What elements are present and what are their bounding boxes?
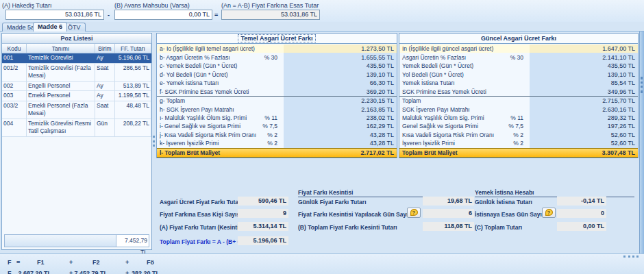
calc-row: b- Asgari Ücretin % Fazlası% 301.655,55 … <box>157 53 397 61</box>
calc-row: f- SGK Primine Esas Yemek Ücreti369,20 T… <box>157 87 397 95</box>
tab-strip: Madde 5a Madde 6 ÖTV <box>0 22 644 32</box>
calc-row: Genel Sağlık ve Sigorta Primi% 7,5197,26… <box>399 122 638 130</box>
row-label: SGK Primine Esas Yemek Ücreti <box>399 87 505 95</box>
row-percent <box>505 87 530 95</box>
fiyat-farki-kesintisiz-field[interactable]: 5.314,14 TL <box>238 222 288 231</box>
fiyat-farki-kesintisiz-label: (A) Fiyat Farkı Tutarı (Kesintisiz) <box>160 224 249 231</box>
row-label: b- Asgari Ücretin % Fazlası <box>157 53 259 61</box>
right-splitter-bar[interactable] <box>639 32 644 253</box>
row-value: 1.655,55 TL <box>284 53 397 61</box>
poz-row-004[interactable]: 004 Temizlik Görevlisi Resmi Tatil Çalış… <box>2 119 151 137</box>
guncel-asgari-ucret-farki-panel: Güncel Asgari Ücret Farkı In (İşçilikle … <box>399 33 639 158</box>
header-amount-bar: (A) Hakediş Tutarı (B) Avans Mahsubu (Va… <box>0 0 644 22</box>
f2-value: 7.452,79 TL <box>66 270 108 274</box>
calc-row: j- Kısa Vadeli Sigorta Risk Prim Oranı% … <box>157 131 397 139</box>
cell-kodu: 004 <box>2 119 27 136</box>
cell-birim: Saat <box>95 101 115 119</box>
poz-row-001-2[interactable]: 001/2 Temizlik Görevlisi (Fazla Mesai) S… <box>2 64 151 82</box>
cell-birim: Ay <box>95 82 115 91</box>
cell-birim: Gün <box>95 119 115 136</box>
row-label: Yol Bedeli (Gün * Ücret) <box>399 70 505 78</box>
row-value: 289,32 TL <box>530 114 638 122</box>
poz-footer-total: 7.452,79 TL <box>4 234 149 247</box>
poz-listesi-panel: Poz Listesi Kodu Tanımı Birim FF. Tutarı… <box>1 33 152 250</box>
row-value: 2.717,02 TL <box>284 149 397 157</box>
row-label: h- SGK İşveren Payı Matrahı <box>157 105 259 113</box>
toplam-kesinti-field[interactable]: 118,08 TL <box>423 222 474 231</box>
fo-value: 382,20 TL <box>129 270 160 274</box>
tab-madde6[interactable]: Madde 6 <box>33 22 67 32</box>
row-percent: % 7,5 <box>505 122 530 130</box>
istisna-help-button[interactable]: ? <box>542 208 556 218</box>
col-birim[interactable]: Birim <box>95 44 115 53</box>
kesinti-gun-sayisi-field[interactable]: 6 <box>423 209 474 218</box>
row-value: 2.230,15 TL <box>284 97 397 105</box>
cell-ff: 5.196,06 TL <box>115 53 151 63</box>
calc-row: SGK Primine Esas Yemek Ücreti349,96 TL <box>399 87 638 95</box>
minus-operator: - <box>108 12 110 18</box>
row-label: Genel Sağlık ve Sigorta Primi <box>399 122 505 130</box>
temel-panel-title-text: Temel Asgari Ücret Farkı <box>238 35 314 42</box>
cell-birim: Ay <box>95 53 115 63</box>
row-label: e- Yemek İstisna Tutarı <box>157 79 259 87</box>
poz-listesi-title: Poz Listesi <box>2 34 151 44</box>
row-label: k- İşveren İşsizlik Primi <box>157 139 259 147</box>
avans-input[interactable]: 0,00 TL <box>114 10 212 20</box>
calc-row: i- Genel Sağlık ve Sigorta Primi% 7,5162… <box>157 122 397 130</box>
poz-row-003[interactable]: 003 Emekli Personel Ay 1.199,58 TL <box>2 91 151 101</box>
calc-row-toplam-brut-maliyet: Toplam Brüt Maliyet3.307,48 TL <box>399 148 638 158</box>
col-tanimi[interactable]: Tanımı <box>27 44 95 53</box>
row-label: Toplam Brüt Maliyet <box>399 149 505 157</box>
esas-tutar-label: (An = A-B) Fiyat Farkına Esas Tutar <box>221 2 319 9</box>
cell-tanimi: Emekli Personel (Fazla Mesai) <box>27 101 95 119</box>
asgari-ucret-ff-label: Asgari Ücret Fiyat Farkı Tutarı <box>160 199 243 206</box>
row-label: Asgari Ücretin % Fazlası <box>399 53 505 61</box>
row-label: ı- Malülük Yaşlılık Ölüm Sig. Primi <box>157 114 259 122</box>
row-label: Malülük Yaşlılık Ölüm Sig. Primi <box>399 114 505 122</box>
asgari-ucret-ff-field[interactable]: 590,46 TL <box>238 197 288 206</box>
calc-row: c- Yemek Bedeli (Gün * Ücret)435,50 TL <box>157 62 397 70</box>
istisna-toplam-field[interactable]: 0,00 TL <box>557 222 606 231</box>
madde6-form-window: (A) Hakediş Tutarı (B) Avans Mahsubu (Va… <box>0 0 644 274</box>
cell-ff: 286,56 TL <box>115 64 151 81</box>
cell-tanimi: Temizlik Görevlisi Resmi Tatil Çalışması <box>27 119 95 136</box>
hakedis-label: (A) Hakediş Tutarı <box>2 2 52 9</box>
calc-row: ı- Malülük Yaşlılık Ölüm Sig. Primi% 112… <box>157 114 397 122</box>
calc-row: Asgari Ücretin % Fazlası% 302.141,10 TL <box>399 53 638 61</box>
gunluk-istisna-field[interactable]: -0,14 TL <box>557 197 606 206</box>
row-value: 369,20 TL <box>284 87 397 95</box>
poz-row-001-selected[interactable]: 001 Temizlik Görevlisi Ay 5.196,06 TL <box>2 53 151 64</box>
gunluk-ff-field[interactable]: 19,68 TL <box>423 197 474 206</box>
row-value: 435,50 TL <box>530 62 638 70</box>
row-value: 3.307,48 TL <box>530 149 638 157</box>
hakedis-input[interactable]: 53.031,86 TL <box>5 10 104 20</box>
col-kodu[interactable]: Kodu <box>2 44 27 53</box>
cell-kodu: 003 <box>2 91 27 101</box>
row-percent <box>505 70 530 78</box>
calc-row-toplam: g- Toplam2.230,15 TL <box>157 96 397 105</box>
help-balloon-icon: ? <box>545 209 553 216</box>
row-percent: % 30 <box>259 53 284 61</box>
splitter-grip-icon <box>153 136 155 147</box>
f-symbol: F <box>8 259 12 266</box>
kesinti-help-button[interactable]: ? <box>407 208 421 218</box>
cell-ff: 513,89 TL <box>115 82 151 91</box>
col-ff-tutari[interactable]: FF. Tutarı <box>115 44 151 53</box>
calc-row: e- Yemek İstisna Tutarı66,30 TL <box>157 79 397 87</box>
calc-row-toplam: Toplam2.715,70 TL <box>399 96 638 105</box>
esas-tutar-readonly-field: 53.031,86 TL <box>221 10 320 20</box>
row-percent <box>505 97 530 105</box>
horizontal-splitter-grip-icon <box>623 256 639 258</box>
row-value: 197,26 TL <box>530 122 638 130</box>
row-value: 139,10 TL <box>530 70 638 78</box>
toplam-fiyat-farki-field: 5.196,06 TL <box>238 236 288 245</box>
row-percent <box>259 45 284 53</box>
poz-row-002[interactable]: 002 Engelli Personel Ay 513,89 TL <box>2 82 151 92</box>
row-value: 1.273,50 TL <box>284 45 397 53</box>
poz-row-003-2[interactable]: 003/2 Emekli Personel (Fazla Mesai) Saat… <box>2 101 151 119</box>
kisi-sayisi-field[interactable]: 9 <box>238 209 288 218</box>
cell-ff: 1.199,58 TL <box>115 91 151 101</box>
istisna-gun-sayisi-field[interactable]: 0 <box>557 209 606 218</box>
row-value: 85,54 TL <box>530 79 638 87</box>
kisi-sayisi-label: Fiyat Farkına Esas Kişi Sayısı <box>160 211 242 218</box>
